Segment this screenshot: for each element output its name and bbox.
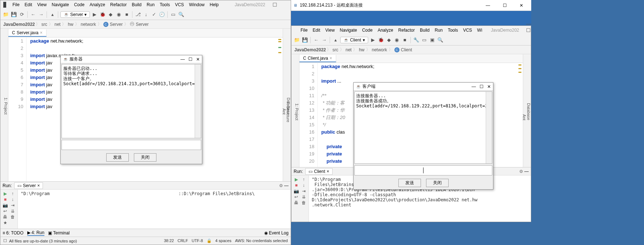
- close-button-dialog[interactable]: 关闭: [426, 179, 449, 187]
- dialog-minimize-icon[interactable]: —: [180, 57, 185, 62]
- structure-icon[interactable]: ▭: [170, 11, 176, 18]
- bc-net[interactable]: net: [55, 22, 61, 27]
- dialog-textarea[interactable]: 服务器已启动... 等待客户请求... 连接一个客户。 Socket[addr=…: [61, 64, 201, 138]
- structure-tool-tab[interactable]: 7: Structure: [286, 102, 290, 122]
- debug-button[interactable]: 🐞: [99, 11, 106, 18]
- bc-server-method[interactable]: Server: [136, 22, 148, 27]
- minimize-button[interactable]: —: [269, 0, 280, 1]
- camera-icon[interactable]: 📷: [293, 189, 300, 194]
- export-icon[interactable]: ⇥: [9, 203, 16, 208]
- menu-file[interactable]: File: [298, 28, 310, 33]
- run-console[interactable]: "D:\Program ::D:\Program Files\JetBrains…: [18, 190, 291, 229]
- file-tab-client[interactable]: CClient.java ×: [299, 55, 336, 62]
- menu-view[interactable]: View: [35, 2, 49, 7]
- bc-project[interactable]: JavaDemo2022: [294, 47, 326, 52]
- menu-wi[interactable]: Wi: [474, 28, 485, 33]
- menu-tools[interactable]: Tools: [445, 28, 461, 33]
- layout-icon[interactable]: ▣: [429, 37, 436, 43]
- menu-edit[interactable]: Edit: [22, 2, 35, 7]
- coverage-button[interactable]: ◆: [107, 11, 114, 18]
- menu-build[interactable]: Build: [129, 2, 144, 7]
- rerun-icon[interactable]: ▶: [293, 177, 300, 182]
- database-tool-tab[interactable]: Database: [526, 56, 531, 167]
- menu-analyze[interactable]: Analyze: [375, 28, 396, 33]
- file-tab-server[interactable]: CServer.java ×: [8, 29, 47, 37]
- menu-file[interactable]: File: [10, 2, 22, 7]
- back-icon[interactable]: ←: [313, 37, 319, 43]
- menu-code[interactable]: Code: [71, 2, 87, 7]
- search-icon[interactable]: 🔍: [178, 11, 184, 18]
- status-readonly-icon[interactable]: 🔒: [207, 238, 212, 243]
- menu-refactor[interactable]: Refactor: [108, 2, 129, 7]
- run-hide-icon[interactable]: —: [284, 183, 289, 188]
- run-button[interactable]: ▶: [370, 37, 376, 43]
- up-icon[interactable]: ↑: [9, 191, 16, 196]
- forward-icon[interactable]: →: [321, 37, 327, 43]
- rdp-maximize-button[interactable]: ☐: [496, 0, 513, 11]
- menu-navigate[interactable]: Navigate: [337, 28, 359, 33]
- event-log-tab[interactable]: ◉ Event Log: [264, 230, 289, 236]
- dialog-close-icon[interactable]: ✕: [196, 57, 200, 62]
- run-config-selector[interactable]: ☕Client ▾: [340, 37, 368, 43]
- maximize-button[interactable]: ☐: [523, 27, 534, 33]
- bc-hw[interactable]: hw: [359, 47, 364, 52]
- help-icon[interactable]: ★: [2, 220, 9, 225]
- wrap-icon[interactable]: ↩: [2, 209, 9, 214]
- run-settings-icon[interactable]: ⚙: [279, 183, 283, 188]
- run-config-selector[interactable]: ☕Server ▾: [60, 11, 90, 18]
- trash-icon[interactable]: 🗑: [301, 200, 307, 205]
- update-icon[interactable]: ↓: [143, 11, 149, 18]
- profile-button[interactable]: ◉: [394, 37, 400, 43]
- menu-vcs[interactable]: VCS: [172, 2, 187, 7]
- dialog-input[interactable]: [354, 165, 492, 175]
- profile-button[interactable]: ◉: [115, 11, 122, 18]
- project-tool-tab[interactable]: 1: Project: [295, 103, 299, 120]
- run-hide-icon[interactable]: —: [524, 169, 529, 174]
- project-tool-tab[interactable]: 1: Project: [4, 98, 8, 114]
- menu-refactor[interactable]: Refactor: [396, 28, 417, 33]
- dialog-maximize-icon[interactable]: ☐: [188, 57, 192, 62]
- menu-help[interactable]: Help: [207, 2, 221, 7]
- print-icon[interactable]: 🖶: [2, 214, 9, 220]
- menu-window[interactable]: Window: [187, 2, 207, 7]
- wrap-icon[interactable]: ↩: [293, 194, 300, 199]
- save-icon[interactable]: 💾: [302, 37, 308, 43]
- down-icon[interactable]: ↓: [9, 197, 16, 202]
- commit-icon[interactable]: ✓: [151, 11, 157, 18]
- down-icon[interactable]: ↓: [301, 183, 307, 188]
- rdp-minimize-button[interactable]: —: [480, 0, 496, 11]
- bc-net[interactable]: net: [346, 47, 352, 52]
- rerun-icon[interactable]: ▶: [2, 191, 9, 196]
- bc-src[interactable]: src: [333, 47, 338, 52]
- save-icon[interactable]: 💾: [11, 11, 17, 18]
- dialog-maximize-icon[interactable]: ☐: [480, 84, 484, 89]
- back-icon[interactable]: ←: [30, 11, 36, 18]
- status-spaces[interactable]: 4 spaces: [215, 238, 231, 243]
- up-icon[interactable]: ↑: [301, 177, 307, 182]
- camera-icon[interactable]: 📷: [2, 203, 9, 208]
- bc-project[interactable]: JavaDemo2022: [3, 22, 35, 27]
- send-button[interactable]: 发送: [398, 179, 421, 187]
- menu-edit[interactable]: Edit: [310, 28, 323, 33]
- menu-run[interactable]: Run: [144, 2, 157, 7]
- minimize-button[interactable]: —: [523, 21, 534, 27]
- close-tab-icon[interactable]: ×: [40, 30, 43, 35]
- dialog-close-icon[interactable]: ✕: [487, 84, 491, 89]
- export-icon[interactable]: ⇥: [301, 189, 307, 194]
- print-icon[interactable]: 🖶: [293, 200, 300, 205]
- open-icon[interactable]: 📁: [3, 11, 9, 18]
- run-settings-icon[interactable]: ⚙: [519, 169, 523, 174]
- menu-code[interactable]: Code: [359, 28, 375, 33]
- rdp-close-button[interactable]: ✕: [513, 0, 530, 11]
- bc-client[interactable]: Client: [401, 47, 412, 52]
- bc-src[interactable]: src: [41, 22, 47, 27]
- stop-run-icon[interactable]: ■: [293, 183, 300, 188]
- open-icon[interactable]: 📁: [294, 37, 300, 43]
- menu-run[interactable]: Run: [432, 28, 445, 33]
- build-icon[interactable]: ▴: [49, 11, 56, 18]
- maximize-button[interactable]: ☐: [269, 2, 280, 8]
- bc-server-class[interactable]: Server: [110, 22, 123, 27]
- refresh-icon[interactable]: ⟳: [19, 11, 25, 18]
- debug-button[interactable]: 🐞: [378, 37, 384, 43]
- status-aws[interactable]: AWS: No credentials selected: [235, 238, 288, 243]
